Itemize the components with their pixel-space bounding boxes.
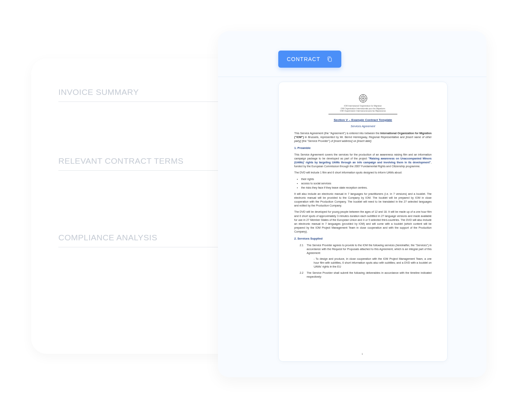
- section-heading-invoice: INVOICE SUMMARY: [58, 88, 226, 102]
- preamble-p2: The DVD will include 1 film and 6 short …: [294, 171, 432, 175]
- contract-tab-label: CONTRACT: [287, 56, 320, 62]
- preamble-list: their rights access to social services t…: [301, 177, 432, 190]
- contract-tab[interactable]: CONTRACT: [278, 51, 341, 68]
- services-list: 2.1 The Service Provider agrees to provi…: [300, 243, 432, 279]
- doc-org-lines: IOM International Organization for Migra…: [328, 105, 398, 114]
- contract-terms-section: RELEVANT CONTRACT TERMS: [58, 156, 226, 210]
- list-item: access to social services: [301, 182, 432, 186]
- section-heading-contract-terms: RELEVANT CONTRACT TERMS: [58, 156, 226, 171]
- doc-intro: This Service Agreement (the "Agreement")…: [294, 131, 432, 143]
- compliance-body: [58, 255, 226, 325]
- doc-body: This Service Agreement (the "Agreement")…: [294, 131, 432, 279]
- section-heading-compliance: COMPLIANCE ANALYSIS: [58, 233, 226, 247]
- service-item-21: 2.1 The Service Provider agrees to provi…: [300, 243, 432, 269]
- compliance-section: COMPLIANCE ANALYSIS: [58, 233, 226, 325]
- preamble-p1: This Service Agreement covers the servic…: [294, 153, 432, 169]
- contract-terms-body: [58, 178, 226, 210]
- preamble-p4: The DVD will be developed for young peop…: [294, 210, 432, 234]
- org-line-3: OIM Organización Internacional para las …: [340, 110, 386, 112]
- panel-divider: [218, 77, 486, 77]
- svg-rect-0: [328, 58, 331, 61]
- services-heading: 2. Services Supplied: [294, 237, 432, 241]
- service-item-22: 2.2 The Service Provider shall submit th…: [300, 271, 432, 279]
- invoice-summary-section: INVOICE SUMMARY: [58, 88, 226, 133]
- doc-agreement-type: Services Agreement: [294, 125, 432, 128]
- list-item: the risks they face if they leave state …: [301, 186, 432, 190]
- iom-logo-icon: [358, 94, 368, 103]
- document-viewer[interactable]: IOM International Organization for Migra…: [278, 82, 448, 362]
- org-line-1: IOM International Organization for Migra…: [340, 105, 386, 107]
- list-item: their rights: [301, 177, 432, 181]
- preamble-p3: It will also include an electronic manua…: [294, 192, 432, 208]
- invoice-summary-body: [58, 110, 226, 133]
- page-number: 1: [362, 353, 363, 355]
- doc-header: IOM International Organization for Migra…: [294, 94, 432, 114]
- copy-icon: [327, 56, 333, 62]
- doc-section-title: Section V – Example Contract Template: [294, 118, 432, 122]
- service-21-sub: - To design and produce, in close cooper…: [314, 257, 432, 269]
- right-panel: CONTRACT IOM International Organization …: [218, 31, 486, 377]
- preamble-heading: 1. Preamble: [294, 146, 432, 150]
